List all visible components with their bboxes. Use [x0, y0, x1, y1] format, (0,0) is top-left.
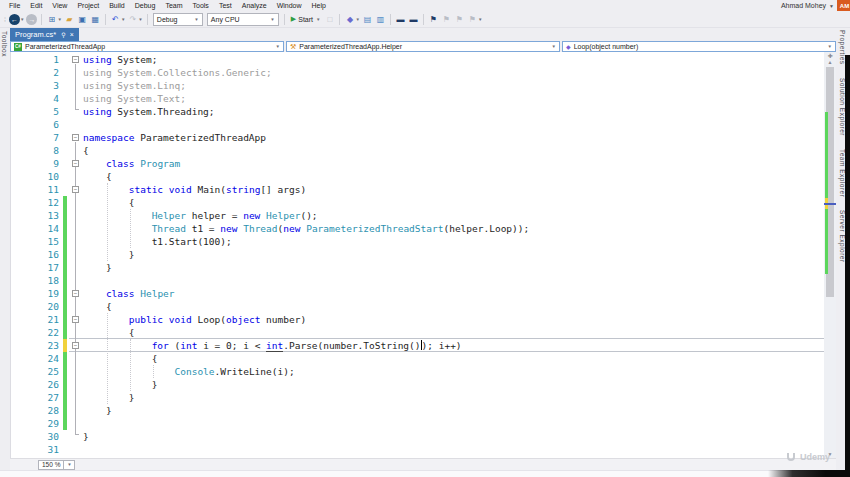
code-area[interactable]: 1−using System;2using System.Collections… — [11, 52, 824, 458]
collapse-minus-icon[interactable]: − — [72, 134, 79, 141]
pin-icon[interactable]: ⚲ — [61, 31, 65, 38]
start-debugging-button[interactable]: ▶Start▼ — [291, 15, 321, 23]
collapse-minus-icon[interactable]: − — [72, 56, 79, 63]
breadcrumb-dropdown-1[interactable]: C#ParameterizedThreadApp▼ — [10, 41, 284, 52]
chevron-down-icon[interactable]: ▼ — [64, 460, 75, 470]
menu-item-file[interactable]: File — [4, 2, 25, 9]
toolbar-separator — [390, 14, 391, 25]
code-line: using System; — [83, 53, 157, 66]
line-number: 5 — [11, 105, 59, 118]
solution-configuration-dropdown[interactable]: Debug▼ — [153, 13, 203, 26]
collapse-minus-icon[interactable]: − — [72, 160, 79, 167]
line-number: 18 — [11, 274, 59, 287]
save-icon[interactable]: ▣ — [76, 13, 89, 26]
menu-item-build[interactable]: Build — [104, 2, 130, 9]
code-line: { — [83, 300, 112, 313]
breadcrumb-dropdown-3[interactable]: ◆Loop(object number)▼ — [562, 41, 836, 52]
menu-item-project[interactable]: Project — [72, 2, 104, 9]
tab-program-cs[interactable]: Program.cs* ⚲ × — [10, 28, 79, 41]
line-number: 26 — [11, 378, 59, 391]
collapse-minus-icon[interactable]: − — [72, 290, 79, 297]
menu-item-edit[interactable]: Edit — [25, 2, 47, 9]
scrollbar-splitter-icon[interactable]: ✚ — [824, 52, 836, 59]
bookmark-icon[interactable]: ⚑ — [427, 13, 440, 26]
menu-item-team[interactable]: Team — [160, 2, 187, 9]
toolbar-overflow-icon[interactable]: ▼ — [478, 17, 482, 22]
save-all-icon[interactable]: ▦ — [89, 13, 102, 26]
line-number: 24 — [11, 352, 59, 365]
editor-status-strip: 150 % ▼ — [10, 458, 836, 470]
next-bookmark-icon[interactable]: ⚑ — [453, 13, 466, 26]
line-number: 3 — [11, 79, 59, 92]
menu-bar: FileEditViewProjectBuildDebugTeamToolsTe… — [0, 0, 850, 11]
navigate-forward-icon[interactable]: → — [26, 14, 37, 25]
breadcrumb-label: ParameterizedThreadApp — [25, 43, 105, 50]
collapse-minus-icon[interactable]: − — [72, 186, 79, 193]
toolbar-grip-icon: ⁞ — [4, 16, 6, 23]
vertical-scrollbar[interactable]: ✚ ▲ ▼ — [824, 52, 836, 458]
code-editor[interactable]: 1−using System;2using System.Collections… — [10, 52, 824, 458]
left-tool-rail: Toolbox — [0, 28, 10, 477]
user-menu[interactable]: Ahmad Mohey ▼ — [781, 0, 834, 11]
solution-platform-dropdown[interactable]: Any CPU▼ — [207, 13, 279, 26]
toolbar-separator — [147, 14, 148, 25]
chevron-down-icon[interactable]: ▼ — [20, 17, 24, 22]
collapse-minus-icon[interactable]: − — [72, 316, 79, 323]
code-line: } — [83, 261, 112, 274]
line-number: 2 — [11, 66, 59, 79]
udemy-logo-icon — [786, 452, 798, 462]
breadcrumb-dropdown-2[interactable]: ⚒ParameterizedThreadApp.Helper▼ — [286, 41, 560, 52]
menu-item-analyze[interactable]: Analyze — [237, 2, 272, 9]
menu-item-debug[interactable]: Debug — [130, 2, 161, 9]
change-tracking-bar — [63, 235, 67, 248]
code-line: { — [83, 326, 134, 339]
change-tracking-bar — [63, 261, 67, 274]
menu-item-help[interactable]: Help — [307, 2, 331, 9]
code-line: } — [83, 404, 112, 417]
breadcrumb-label: ParameterizedThreadApp.Helper — [299, 43, 402, 50]
start-button-label: Start — [298, 16, 313, 23]
code-line: { — [83, 196, 134, 209]
code-line: { — [83, 352, 157, 365]
toolbar-overflow-icon[interactable]: ▼ — [355, 17, 359, 22]
line-number: 7 — [11, 131, 59, 144]
menu-item-view[interactable]: View — [47, 2, 72, 9]
line-number: 8 — [11, 144, 59, 157]
uncomment-icon[interactable]: ▬ — [407, 13, 420, 26]
sidebar-tab-toolbox[interactable]: Toolbox — [1, 31, 8, 57]
navigate-back-icon[interactable]: ← — [9, 14, 20, 25]
line-number: 29 — [11, 417, 59, 430]
line-number: 31 — [11, 443, 59, 456]
menu-item-test[interactable]: Test — [214, 2, 237, 9]
prev-bookmark-icon[interactable]: ⚑ — [440, 13, 453, 26]
find-symbol-icon[interactable]: ▥ — [374, 13, 387, 26]
tab-title: Program.cs* — [15, 30, 56, 39]
change-tracking-bar — [63, 365, 67, 378]
change-tracking-bar — [63, 339, 67, 352]
play-icon: ▶ — [291, 15, 296, 23]
chevron-down-icon[interactable]: ▼ — [57, 17, 61, 22]
video-border-right — [845, 55, 850, 477]
change-tracking-bar — [63, 287, 67, 300]
chevron-down-icon[interactable]: ▼ — [138, 17, 142, 22]
close-icon[interactable]: × — [70, 31, 74, 38]
comment-icon[interactable]: ▬ — [394, 13, 407, 26]
scroll-up-icon[interactable]: ▲ — [824, 59, 836, 65]
chevron-down-icon: ▼ — [270, 17, 274, 22]
menu-item-window[interactable]: Window — [272, 2, 307, 9]
navigation-bar: C#ParameterizedThreadApp▼⚒ParameterizedT… — [10, 41, 836, 52]
open-file-icon[interactable]: ▰ — [63, 13, 76, 26]
find-in-files-icon[interactable]: ▤ — [361, 13, 374, 26]
toolbar-separator — [339, 14, 340, 25]
zoom-level-value: 150 % — [42, 461, 60, 468]
avatar[interactable]: AM — [837, 0, 850, 11]
chevron-down-icon: ▼ — [316, 17, 320, 22]
toolbar: ⁞←▼→⊞▼▰▣▦↶▼↷▼Debug▼Any CPU▼▶Start▼□◆▼▤▥▬… — [0, 11, 850, 28]
attach-icon[interactable]: □ — [323, 13, 336, 26]
menu-item-tools[interactable]: Tools — [188, 2, 214, 9]
collapse-minus-icon[interactable]: − — [72, 342, 79, 349]
chevron-down-icon[interactable]: ▼ — [121, 17, 125, 22]
zoom-level-dropdown[interactable]: 150 % — [38, 460, 64, 470]
code-line: class Program — [83, 157, 180, 170]
document-tab-strip: Program.cs* ⚲ × — [10, 28, 846, 41]
